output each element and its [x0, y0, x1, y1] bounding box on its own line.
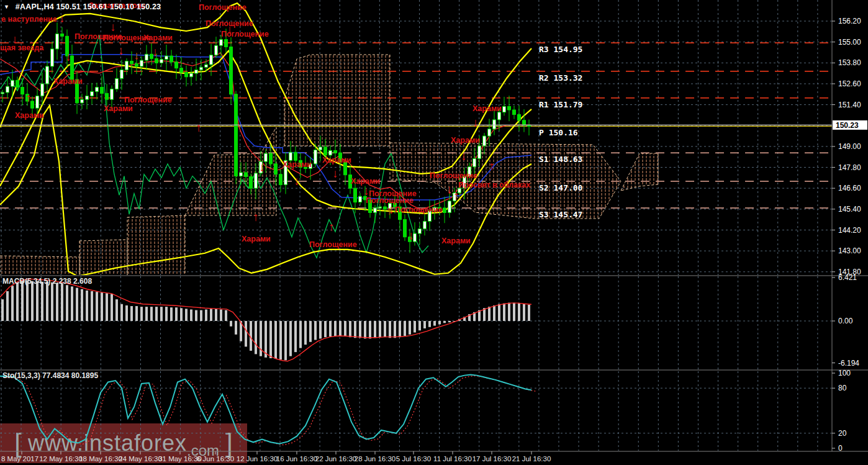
macd-pane [0, 279, 531, 361]
pivot-label-p: P 150.16 [539, 128, 578, 137]
candlestick-pattern-label: Харами [104, 104, 133, 113]
down-arrow-icon: ↓ [446, 183, 453, 196]
price-axis-label: 152.60 [838, 79, 861, 88]
candlestick-pattern-label: Харами [283, 160, 312, 169]
candlestick-pattern-label: Харами [322, 156, 351, 165]
candlestick-pattern-label: Поглощение [206, 19, 253, 28]
time-axis-label: 16 Jun 16:30 [276, 455, 318, 463]
price-axis-label: 147.80 [838, 163, 861, 172]
candlestick-pattern-label: щая звезда [0, 43, 44, 52]
down-arrow-icon: ↓ [472, 116, 479, 129]
macd-axis-label: 6.421 [838, 273, 857, 282]
candlestick-pattern-label: Харами [53, 77, 83, 86]
up-arrow-icon: ↑ [489, 160, 495, 173]
price-axis-label: 146.60 [838, 184, 861, 192]
trading-chart-window: [ www.instaforex .com ] ↓↓↓↓↓↓↓↓↓↓↓↓↓↓↓↓… [0, 0, 868, 465]
down-arrow-icon: ↓ [133, 49, 140, 62]
candlestick-pattern-label: Поглощение [221, 30, 269, 38]
macd-axis-label: -6.194 [838, 359, 859, 368]
pivot-label-r2: R2 153.32 [539, 73, 582, 83]
candlestick-pattern-label: Поглощение [199, 3, 246, 12]
up-arrow-icon: ↑ [25, 91, 32, 104]
down-arrow-icon: ↓ [461, 150, 467, 163]
sto-axis-label: 0 [838, 444, 843, 453]
time-axis-label: 18 May 16:30 [79, 455, 122, 463]
price-axis-label: 156.20 [838, 17, 861, 25]
down-arrow-icon: ↓ [408, 229, 414, 242]
time-axis-label: 12 May 16:30 [39, 455, 83, 463]
price-axis-label: 151.40 [838, 101, 861, 109]
candlestick-pattern-label: Харами [441, 237, 471, 245]
down-arrow-icon: ↓ [59, 12, 65, 25]
candlestick-pattern-label: Харами [472, 104, 502, 113]
macd-indicator-label: MACD(5,34,5) 2.238 2.608 [2, 277, 92, 286]
time-axis-label: 17 Jul 16:30 [472, 455, 512, 463]
up-arrow-icon: ↑ [453, 189, 459, 202]
symbol-dropdown-icon[interactable]: ▼ [4, 4, 9, 10]
symbol-title: ▼ #AAPL,H4 150.51 150.61 150.10 150.23 [4, 2, 161, 11]
candlestick-pattern-label: Харами [242, 235, 271, 243]
price-axis-label: 145.40 [838, 205, 861, 214]
candlestick-pattern-label: Харами [451, 136, 480, 145]
up-arrow-icon: ↑ [328, 220, 335, 233]
pivot-label-s1: S1 148.63 [539, 155, 582, 164]
ohlc-quote-label: 150.51 150.61 150.10 150.23 [57, 2, 161, 11]
down-arrow-icon: ↓ [118, 44, 124, 57]
down-arrow-icon: ↓ [259, 161, 265, 174]
time-axis-label: 8 May 2017 [1, 455, 38, 463]
time-axis-label: 31 May 16:30 [158, 455, 202, 463]
macd-axis-label: 0.00 [838, 317, 853, 325]
time-axis-label: 21 Jul 16:30 [512, 455, 551, 463]
time-axis-label: 5 Jul 16:30 [396, 455, 431, 463]
time-axis-label: 11 Jul 16:30 [433, 455, 472, 463]
stochastic-pane [0, 374, 536, 445]
pivot-label-s3: S3 145.47 [539, 210, 582, 219]
pivot-label-r3: R3 154.95 [539, 45, 582, 54]
sto-axis-label: 80 [838, 384, 847, 392]
candlestick-pattern-label: Харами [15, 111, 44, 120]
candlestick-pattern-label: Поглощение [430, 171, 477, 180]
price-axis[interactable]: 156.20155.00153.80152.60151.40149.00147.… [832, 17, 867, 453]
down-arrow-icon: ↓ [294, 174, 300, 187]
time-axis-label: 6 Jun 16:30 [197, 455, 234, 463]
symbol-period-label: #AAPL,H4 [16, 2, 54, 11]
time-axis-label: 22 Jun 16:30 [315, 455, 357, 463]
candlestick-pattern-label: Просвет в облаках [458, 181, 530, 189]
candlestick-pattern-label: Поглощение [124, 96, 172, 104]
price-axis-label: 149.00 [838, 142, 861, 151]
price-axis-label: 155.00 [838, 38, 861, 47]
sto-axis-label: 20 [838, 429, 847, 438]
down-arrow-icon: ↓ [152, 45, 158, 58]
candlestick-pattern-label: Поглощение [309, 240, 357, 249]
sto-axis-label: 100 [838, 369, 851, 377]
candlestick-pattern-label: Поглощение [395, 205, 443, 214]
down-arrow-icon: ↓ [332, 167, 338, 180]
up-arrow-icon: ↑ [386, 204, 392, 217]
pivot-label-r1: R1 151.79 [539, 100, 582, 109]
down-arrow-icon: ↓ [65, 50, 71, 63]
candlestick-pattern-label: е наступление [1, 15, 57, 24]
down-arrow-icon: ↓ [110, 20, 116, 34]
up-arrow-icon: ↑ [196, 121, 202, 134]
up-arrow-icon: ↑ [253, 210, 259, 223]
time-axis-label: 12 Jun 16:30 [237, 455, 278, 463]
time-axis-label: 28 Jun 16:30 [355, 455, 396, 463]
time-axis-label: 24 May 16:30 [119, 455, 162, 463]
price-axis-label: 144.20 [838, 226, 861, 235]
chart-canvas[interactable]: ↓↓↓↓↓↓↓↓↓↓↓↓↓↓↓↓↓↑↑↑↑↑↑↑Захват за поясПо… [0, 0, 868, 465]
candlestick-pattern-label: Поглощение [366, 196, 414, 205]
price-axis-label: 143.00 [838, 246, 861, 255]
pivot-label-s2: S2 147.00 [539, 183, 583, 192]
candlestick-pattern-label: Харами [351, 177, 380, 186]
stochastic-indicator-label: Sto(15,3,3) 77.4834 80.1895 [2, 371, 98, 380]
price-axis-label: 153.80 [838, 58, 861, 67]
time-axis[interactable]: 8 May 201712 May 16:3018 May 16:3024 May… [1, 451, 551, 463]
current-price-value: 150.23 [836, 121, 859, 130]
candlestick-pattern-label: Харами [143, 34, 173, 42]
